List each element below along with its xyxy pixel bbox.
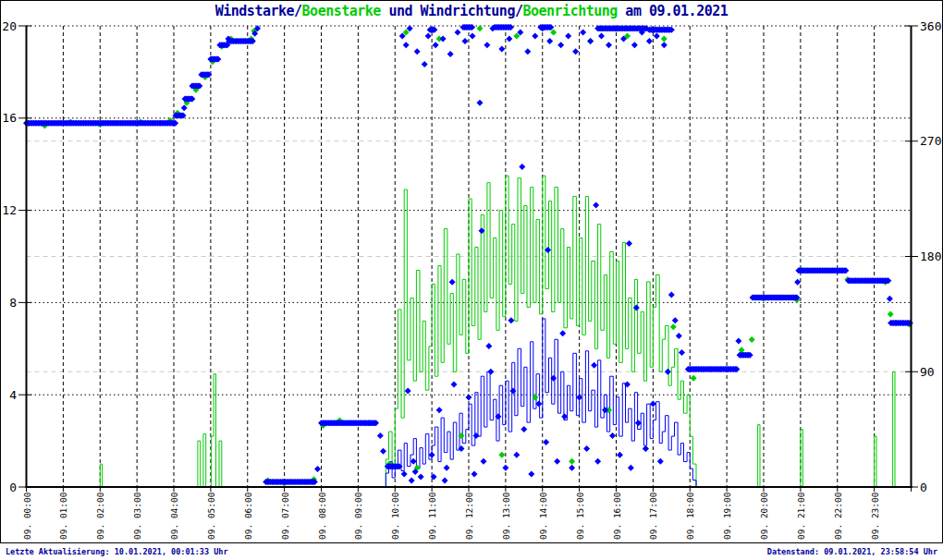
svg-text:4: 4 (9, 388, 17, 402)
svg-text:09. 04:00: 09. 04:00 (169, 492, 179, 540)
chart-plot: 04812162009018027036009. 00:0009. 01:000… (0, 0, 943, 560)
svg-text:09. 23:00: 09. 23:00 (870, 492, 880, 540)
svg-text:09. 09:00: 09. 09:00 (353, 492, 363, 540)
svg-text:09. 00:00: 09. 00:00 (22, 492, 32, 540)
svg-text:09. 20:00: 09. 20:00 (759, 492, 769, 540)
svg-text:90: 90 (920, 365, 935, 379)
svg-text:09. 12:00: 09. 12:00 (464, 492, 474, 540)
svg-text:09. 02:00: 09. 02:00 (95, 492, 105, 540)
svg-text:270: 270 (920, 134, 941, 148)
svg-text:09. 13:00: 09. 13:00 (501, 492, 511, 540)
svg-text:09. 08:00: 09. 08:00 (317, 492, 327, 540)
svg-text:20: 20 (2, 19, 17, 33)
svg-text:0: 0 (9, 481, 17, 494)
svg-text:09. 05:00: 09. 05:00 (206, 492, 216, 540)
svg-text:12: 12 (2, 203, 17, 217)
svg-text:09. 01:00: 09. 01:00 (58, 492, 68, 540)
svg-text:8: 8 (9, 296, 17, 310)
svg-text:09. 19:00: 09. 19:00 (722, 492, 732, 540)
last-update-text: Letzte Aktualisierung: 10.01.2021, 00:01… (6, 547, 228, 556)
svg-text:09. 18:00: 09. 18:00 (685, 492, 695, 540)
svg-text:09. 03:00: 09. 03:00 (132, 492, 142, 540)
svg-text:09. 10:00: 09. 10:00 (390, 492, 400, 540)
svg-text:09. 06:00: 09. 06:00 (243, 492, 253, 540)
svg-text:16: 16 (2, 111, 17, 125)
svg-text:0: 0 (920, 481, 927, 494)
svg-text:360: 360 (920, 19, 941, 33)
svg-text:09. 14:00: 09. 14:00 (538, 492, 548, 540)
svg-text:180: 180 (920, 250, 941, 263)
svg-text:09. 15:00: 09. 15:00 (575, 492, 585, 540)
svg-text:09. 17:00: 09. 17:00 (648, 492, 658, 540)
svg-text:09. 22:00: 09. 22:00 (833, 492, 843, 540)
svg-text:09. 16:00: 09. 16:00 (612, 492, 622, 540)
svg-text:09. 21:00: 09. 21:00 (796, 492, 806, 540)
status-bar: Letzte Aktualisierung: 10.01.2021, 00:01… (0, 542, 943, 560)
svg-text:09. 07:00: 09. 07:00 (280, 492, 290, 540)
data-timestamp-text: Datenstand: 09.01.2021, 23:58:54 Uhr (767, 547, 937, 556)
svg-text:09. 11:00: 09. 11:00 (427, 492, 437, 540)
